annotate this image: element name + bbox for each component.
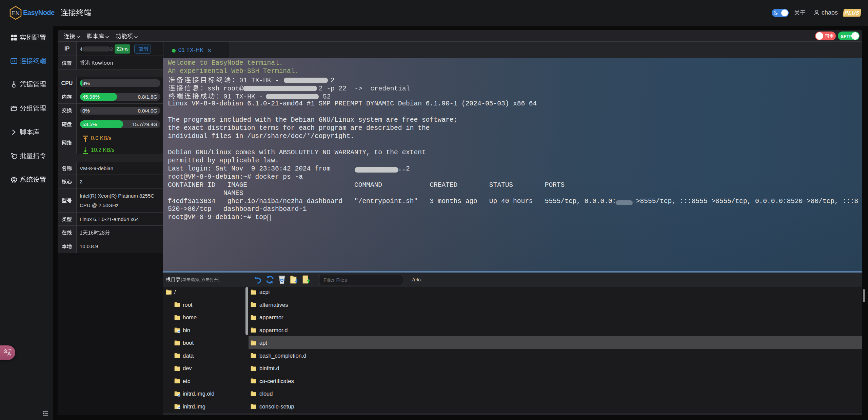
svg-text:EN: EN [12, 10, 20, 17]
